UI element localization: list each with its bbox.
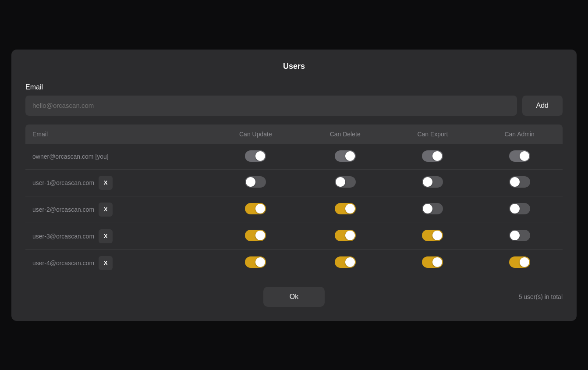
add-button[interactable]: Add	[522, 96, 563, 116]
header-email: Email	[25, 125, 210, 144]
toggle-track	[422, 150, 443, 162]
cell-can-export	[389, 144, 477, 169]
toggle-can-delete	[335, 150, 356, 162]
toggle-track	[245, 230, 266, 241]
user-email: user-3@orcascan.com	[32, 233, 94, 240]
toggle-thumb	[432, 231, 442, 240]
toggle-track	[335, 176, 356, 188]
remove-user-button[interactable]: X	[99, 203, 113, 217]
cell-can-admin	[476, 249, 563, 276]
toggle-can-export[interactable]	[422, 203, 443, 214]
remove-user-button[interactable]: X	[99, 229, 113, 243]
toggle-track	[509, 150, 530, 162]
toggle-thumb	[345, 151, 355, 161]
user-cell: user-3@orcascan.comX	[32, 229, 203, 243]
table-header-row: Email Can Update Can Delete Can Export C…	[25, 125, 563, 144]
cell-can-update	[210, 196, 301, 223]
header-can-admin: Can Admin	[476, 125, 563, 144]
toggle-thumb	[345, 257, 355, 267]
table-row: user-2@orcascan.comX	[25, 196, 563, 223]
toggle-can-export	[422, 150, 443, 162]
toggle-thumb	[520, 151, 529, 161]
modal-footer: Ok 5 user(s) in total	[25, 287, 563, 307]
toggle-can-delete[interactable]	[335, 176, 356, 188]
ok-button[interactable]: Ok	[263, 287, 325, 307]
users-table: Email Can Update Can Delete Can Export C…	[25, 125, 563, 276]
toggle-can-delete[interactable]	[335, 203, 356, 214]
email-input[interactable]	[25, 96, 517, 116]
toggle-can-update[interactable]	[245, 256, 266, 268]
toggle-can-delete[interactable]	[335, 256, 356, 268]
user-email-cell: user-3@orcascan.comX	[25, 223, 210, 249]
toggle-thumb	[345, 204, 355, 213]
toggle-thumb	[432, 257, 442, 267]
toggle-track	[422, 203, 443, 214]
toggle-can-update	[245, 150, 266, 162]
remove-user-button[interactable]: X	[99, 256, 113, 270]
remove-user-button[interactable]: X	[99, 176, 113, 190]
toggle-thumb	[246, 177, 255, 187]
email-row: Add	[25, 96, 563, 116]
toggle-can-export[interactable]	[422, 230, 443, 241]
toggle-can-admin[interactable]	[509, 203, 530, 214]
toggle-can-export[interactable]	[422, 176, 443, 188]
cell-can-admin	[476, 223, 563, 249]
user-email: user-1@orcascan.com	[32, 179, 94, 186]
table-row: user-1@orcascan.comX	[25, 169, 563, 196]
cell-can-delete	[301, 249, 389, 276]
toggle-track	[245, 256, 266, 268]
toggle-thumb	[510, 231, 520, 240]
toggle-track	[245, 176, 266, 188]
toggle-can-delete[interactable]	[335, 230, 356, 241]
toggle-thumb	[255, 231, 265, 240]
toggle-thumb	[255, 204, 265, 213]
toggle-can-admin[interactable]	[509, 176, 530, 188]
toggle-thumb	[423, 177, 432, 187]
user-cell: user-1@orcascan.comX	[32, 176, 203, 190]
toggle-can-admin[interactable]	[509, 256, 530, 268]
toggle-thumb	[255, 257, 265, 267]
modal-title: Users	[25, 62, 563, 71]
toggle-thumb	[510, 204, 520, 213]
user-email: user-4@orcascan.com	[32, 260, 94, 267]
toggle-track	[335, 203, 356, 214]
toggle-track	[422, 230, 443, 241]
toggle-can-export[interactable]	[422, 256, 443, 268]
table-row: user-3@orcascan.comX	[25, 223, 563, 249]
cell-can-export	[389, 169, 477, 196]
user-email: user-2@orcascan.com	[32, 206, 94, 213]
user-email-cell: user-1@orcascan.comX	[25, 169, 210, 196]
toggle-track	[509, 203, 530, 214]
user-count: 5 user(s) in total	[519, 293, 563, 300]
toggle-track	[509, 230, 530, 241]
toggle-can-update[interactable]	[245, 176, 266, 188]
cell-can-delete	[301, 223, 389, 249]
toggle-track	[509, 176, 530, 188]
toggle-thumb	[423, 204, 432, 213]
cell-can-admin	[476, 196, 563, 223]
toggle-track	[335, 256, 356, 268]
user-email-cell: user-2@orcascan.comX	[25, 196, 210, 223]
cell-can-delete	[301, 169, 389, 196]
cell-can-update	[210, 249, 301, 276]
cell-can-admin	[476, 144, 563, 169]
toggle-can-update[interactable]	[245, 230, 266, 241]
toggle-thumb	[255, 151, 265, 161]
toggle-can-update[interactable]	[245, 203, 266, 214]
table-row: owner@orcascan.com [you]	[25, 144, 563, 169]
cell-can-export	[389, 249, 477, 276]
cell-can-export	[389, 223, 477, 249]
toggle-thumb	[520, 257, 529, 267]
toggle-thumb	[510, 177, 520, 187]
user-cell: user-4@orcascan.comX	[32, 256, 203, 270]
toggle-track	[245, 150, 266, 162]
cell-can-delete	[301, 144, 389, 169]
email-label: Email	[25, 83, 563, 91]
toggle-track	[422, 176, 443, 188]
toggle-track	[335, 150, 356, 162]
user-cell: owner@orcascan.com [you]	[32, 153, 203, 160]
toggle-thumb	[432, 151, 442, 161]
header-can-update: Can Update	[210, 125, 301, 144]
toggle-can-admin[interactable]	[509, 230, 530, 241]
table-row: user-4@orcascan.comX	[25, 249, 563, 276]
